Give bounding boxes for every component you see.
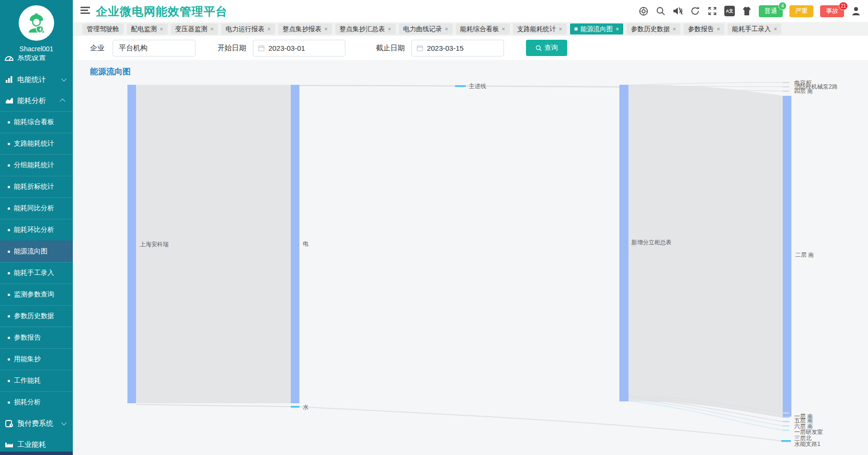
sankey-node-mainline[interactable]	[455, 85, 466, 87]
sankey-link-panel-to-capacitor	[628, 82, 783, 85]
search-button[interactable]: 查询	[526, 40, 567, 56]
sidebar-item-meter-reading[interactable]: 用能集抄	[0, 348, 73, 370]
tab-power-monitor[interactable]: 配电监测	[127, 23, 168, 34]
close-icon[interactable]	[160, 26, 163, 32]
sidebar: Shacrel001 系统设置 电能统计	[0, 0, 73, 455]
close-icon[interactable]	[502, 26, 505, 32]
alert-accident-button[interactable]: 事故 21	[820, 5, 844, 17]
sankey-node-electric[interactable]	[291, 85, 299, 403]
tab-manual-entry[interactable]: 能耗手工录入	[728, 23, 781, 34]
close-icon[interactable]	[774, 26, 777, 32]
sankey-node-capacitor[interactable]	[783, 82, 789, 83]
sidebar-item-param-query[interactable]: 监测参数查询	[0, 284, 73, 305]
tab-energy-dashboard[interactable]: 能耗综合看板	[456, 23, 510, 34]
sankey-node-firepump[interactable]	[783, 86, 789, 88]
start-date-input[interactable]	[268, 44, 340, 52]
close-icon[interactable]	[717, 26, 720, 32]
fullscreen-icon[interactable]	[707, 6, 718, 16]
sankey-node-rnd-room[interactable]	[783, 425, 789, 427]
alert-normal-button[interactable]: 普通 4	[759, 5, 783, 17]
sidebar-item-energy-conversion[interactable]: 能耗折标统计	[0, 176, 73, 197]
sankey-node-floor3-north[interactable]	[783, 430, 789, 431]
close-icon[interactable]	[616, 26, 619, 32]
tab-hourly-summary[interactable]: 整点集抄汇总表	[335, 23, 396, 34]
close-icon[interactable]	[210, 26, 214, 32]
sidebar-item-energy-flow[interactable]: 能源流向图	[0, 240, 73, 262]
search-icon	[536, 45, 542, 51]
sidebar-item-energy-dashboard[interactable]: 能耗综合看板	[0, 111, 73, 133]
mute-sound-icon[interactable]	[673, 6, 683, 16]
tab-param-history[interactable]: 参数历史数据	[627, 23, 680, 34]
sidebar-item-industrial-energy[interactable]: 工业能耗	[0, 434, 73, 452]
tab-power-report[interactable]: 电力运行报表	[221, 23, 275, 34]
sidebar-item-work-energy[interactable]: 工作能耗	[0, 370, 73, 391]
end-date-input[interactable]	[427, 44, 499, 52]
sankey-link-source-to-water	[136, 405, 291, 407]
close-icon[interactable]	[673, 26, 676, 32]
alert-severe-button[interactable]: 严重	[789, 5, 813, 17]
close-icon[interactable]	[559, 26, 562, 32]
sidebar-item-yoy-analysis[interactable]: 能耗同比分析	[0, 197, 73, 219]
sidebar-item-electric-stats[interactable]: 电能统计	[0, 69, 73, 90]
factory-icon	[4, 441, 14, 448]
sankey-node-water[interactable]	[291, 406, 299, 408]
tab-energy-flow[interactable]: 能源流向图	[570, 23, 624, 34]
bullet-icon	[8, 121, 10, 124]
bullet-icon	[8, 401, 10, 404]
close-icon[interactable]	[267, 26, 271, 32]
company-input[interactable]	[119, 44, 189, 52]
sankey-node-floor2-south[interactable]	[783, 96, 791, 417]
tab-branch-energy[interactable]: 支路能耗统计	[513, 23, 567, 34]
translate-icon[interactable]: A文	[724, 6, 735, 16]
bullet-icon	[8, 250, 10, 253]
end-date-label: 截止日期	[376, 44, 405, 53]
help-lifebuoy-icon[interactable]	[638, 6, 649, 16]
tab-transformer[interactable]: 变压器监测	[171, 23, 218, 34]
sankey-node-floor4-south[interactable]	[783, 91, 789, 92]
sidebar-item-mom-analysis[interactable]: 能耗环比分析	[0, 219, 73, 240]
search-icon[interactable]	[655, 6, 666, 16]
tab-param-report[interactable]: 参数报告	[684, 23, 724, 34]
sidebar-item-param-report[interactable]: 参数报告	[0, 327, 73, 348]
sidebar-item-label: 工业能耗	[17, 440, 73, 449]
menu-collapse-icon[interactable]	[80, 7, 90, 14]
sidebar-item-energy-analysis[interactable]: 能耗分析	[0, 90, 73, 111]
sidebar-menu: 系统设置 电能统计 能耗分析 能耗综合看板 支路能耗统计 分组能耗统计 能	[0, 55, 73, 452]
filter-bar: 企业 开始日期 截止日期 查询	[73, 36, 868, 60]
sankey-node-new-panel[interactable]	[619, 85, 628, 401]
theme-shirt-icon[interactable]	[742, 6, 752, 16]
sidebar-item-loss-analysis[interactable]: 损耗分析	[0, 391, 73, 413]
close-icon[interactable]	[388, 26, 391, 32]
start-date-picker[interactable]	[253, 40, 345, 57]
tab-hourly-report[interactable]: 整点集抄报表	[278, 23, 332, 34]
sidebar-item-group-energy[interactable]: 分组能耗统计	[0, 154, 73, 176]
avatar[interactable]	[19, 5, 54, 41]
close-icon[interactable]	[445, 26, 448, 32]
sankey-node-floor1-south[interactable]	[783, 412, 789, 414]
refresh-icon[interactable]	[690, 6, 700, 16]
sidebar-item-settings[interactable]: 系统设置	[0, 55, 73, 68]
sidebar-item-param-history[interactable]: 参数历史数据	[0, 305, 73, 327]
close-icon[interactable]	[324, 26, 328, 32]
sankey-label-floor4-south: 四层 南	[794, 88, 813, 94]
sankey-node-water-branch1[interactable]	[781, 440, 791, 442]
company-select[interactable]	[113, 40, 195, 57]
gauge-icon	[4, 55, 14, 61]
sidebar-item-manual-entry[interactable]: 能耗手工录入	[0, 262, 73, 284]
company-label: 企业	[90, 44, 104, 53]
sankey-link-panel-to-floor2s	[628, 85, 783, 417]
chevron-down-icon	[61, 76, 67, 81]
sidebar-item-branch-energy[interactable]: 支路能耗统计	[0, 133, 73, 154]
sidebar-item-prepaid-system[interactable]: 预付费系统	[0, 413, 73, 434]
sidebar-bottom-strip	[0, 452, 73, 455]
sankey-node-floor6-south[interactable]	[783, 421, 789, 422]
user-icon[interactable]	[851, 6, 861, 16]
chevron-down-icon	[61, 420, 67, 425]
tab-dashboard[interactable]: 管理驾驶舱	[82, 23, 124, 34]
end-date-picker[interactable]	[411, 40, 504, 57]
sankey-link-mainline-to-panel	[466, 86, 619, 87]
sankey-node-shanghai-acrel[interactable]	[127, 85, 136, 403]
calendar-icon	[258, 45, 264, 52]
tab-power-curve[interactable]: 电力曲线记录	[399, 23, 453, 34]
sankey-node-floor5-south[interactable]	[783, 417, 789, 418]
